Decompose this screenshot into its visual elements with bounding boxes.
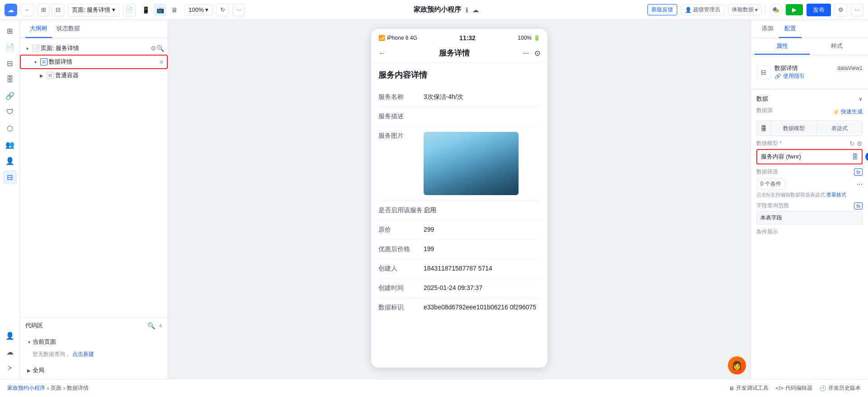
grid-view-button[interactable]: ⊞ [37, 4, 50, 16]
field-label-6: 创建人 [378, 265, 424, 273]
sidebar-icon-components[interactable]: ⊟ [3, 56, 17, 70]
back-button[interactable]: ← [21, 4, 33, 16]
code-editor-button[interactable]: </> 代码编辑器 [776, 384, 812, 392]
data-drag-icon[interactable]: ≡ [160, 58, 163, 65]
publish-button[interactable]: 发布 [807, 4, 831, 16]
info-icon[interactable]: ℹ [466, 6, 468, 14]
template-button[interactable]: 📄 [123, 4, 136, 16]
avatar-button[interactable]: 🎭 [769, 4, 782, 16]
create-new-link[interactable]: 点击新建 [72, 351, 94, 357]
breadcrumb-current: 数据详情 [67, 384, 89, 392]
topbar-right: 新版反馈 👤 超级管理员 体验数据 ▾ 🎭 ▶ 发布 ⚙ ··· [647, 4, 863, 16]
component-usage-link[interactable]: 使用指引 [783, 72, 805, 80]
badge-2: 2 [865, 152, 868, 161]
refresh-button[interactable]: ↻ [216, 4, 229, 16]
experience-data-button[interactable]: 体验数据 ▾ [728, 4, 762, 15]
settings-model-icon[interactable]: ⚙ [857, 140, 863, 147]
field-query-section: 字段查询范围 fx 本表字段 [756, 202, 863, 224]
component-info: ⊟ 数据详情 dataView1 🔗 使用指引 [756, 61, 863, 84]
phone-signal: 📶 iPhone 8 4G [378, 35, 417, 41]
sidebar-icon-user2[interactable]: 👤 [3, 154, 17, 168]
current-page-toggle[interactable]: ▾ 当前页面 [25, 335, 162, 349]
breadcrumb-app[interactable]: 家政预约小程序 [7, 384, 45, 392]
no-query-section: 暂无数据查询， 点击新建 [25, 349, 162, 360]
fx-format-link[interactable]: 查看格式 [826, 192, 846, 197]
sidebar-icon-cloud[interactable]: ☁ [3, 345, 17, 359]
zoom-selector[interactable]: 100% ▾ [184, 4, 212, 15]
refresh-model-icon[interactable]: ↻ [849, 140, 855, 147]
data-model-required-row: 数据模型 * ↻ ⚙ [756, 140, 863, 147]
field-query-value[interactable]: 本表字段 [756, 211, 863, 224]
code-add-button[interactable]: + [159, 322, 162, 329]
page-selector[interactable]: 页面: 服务详情 ▾ [68, 4, 119, 16]
phone-field-discount-price: 优惠后价格 199 [378, 240, 540, 259]
quick-generate-button[interactable]: ⚡ 快速生成 [833, 108, 863, 116]
breadcrumb: 家政预约小程序 › 页面 › 数据详情 [7, 384, 89, 392]
filter-count-badge[interactable]: 0 个条件 [756, 178, 785, 190]
service-image-inner [424, 132, 519, 195]
data-filter-fx-button[interactable]: fx [854, 168, 863, 176]
phone-nav-icons: ··· ⊙ [523, 49, 540, 57]
tree-toggle-page[interactable]: ▾ [24, 45, 31, 52]
field-value-7: 2025-01-24 09:37:37 [424, 284, 540, 291]
topbar-more-button[interactable]: ··· [851, 4, 863, 16]
page-settings-icon[interactable]: ⚙ [151, 45, 156, 52]
code-area-header[interactable]: 代码区 🔍 + [20, 318, 168, 333]
page-search-icon[interactable]: 🔍 [156, 45, 164, 52]
tree-item-data-detail[interactable]: ▾ ⊟ 数据详情 ≡ 1 [20, 55, 168, 69]
expression-tab[interactable]: 表达式 [817, 122, 862, 135]
tree-item-page[interactable]: ▾ 📄 页面: 服务详情 ⚙ 🔍 [20, 42, 168, 55]
sidebar-icon-shield[interactable]: 🛡 [3, 105, 17, 119]
data-model-input[interactable]: 服务内容 (fwnr) 🗄 2 [756, 149, 863, 164]
sidebar-icon-home[interactable]: ⊞ [3, 23, 17, 38]
sidebar-icon-hexagon[interactable]: ⬡ [3, 121, 17, 135]
sidebar-icon-pages[interactable]: 📄 [3, 40, 17, 54]
settings-button[interactable]: ⚙ [835, 4, 847, 16]
split-view-button[interactable]: ⊟ [52, 4, 64, 16]
field-query-header: 字段查询范围 fx [756, 202, 863, 210]
phone-more-icon[interactable]: ··· [523, 49, 529, 57]
dev-tools-button[interactable]: 🖥 开发调试工具 [729, 384, 769, 392]
phone-record-icon[interactable]: ⊙ [534, 49, 540, 57]
device-tablet-icon[interactable]: 📺 [154, 4, 166, 16]
tab-attr[interactable]: 属性 [755, 38, 810, 55]
tab-config[interactable]: 配置 [779, 20, 802, 38]
sidebar-icon-table[interactable]: ⊟ [3, 170, 17, 184]
code-editor-icon: </> [776, 385, 783, 392]
phone-nav-back-icon[interactable]: ← [378, 49, 386, 57]
field-query-fx-button[interactable]: fx [854, 202, 863, 210]
field-query-label-text: 字段查询范围 [756, 202, 789, 210]
component-info-section: ⊟ 数据详情 dataView1 🔗 使用指引 [751, 55, 868, 89]
sidebar-icon-data[interactable]: 🗄 [3, 72, 17, 87]
admin-button[interactable]: 👤 超级管理员 [681, 4, 724, 15]
history-button[interactable]: 🕐 开发历史版本 [820, 384, 861, 392]
device-phone-icon[interactable]: 📱 [139, 4, 152, 16]
sidebar-icon-link[interactable]: 🔗 [3, 89, 17, 103]
feedback-button[interactable]: 新版反馈 [647, 4, 677, 15]
sidebar-icon-expand[interactable]: > [3, 361, 17, 375]
filter-more-button[interactable]: ··· [857, 180, 863, 188]
code-search-button[interactable]: 🔍 [147, 322, 155, 329]
tab-state-data[interactable]: 状态数据 [52, 20, 85, 38]
floating-avatar-button[interactable]: 👩 [728, 356, 746, 374]
data-filter-label-text: 数据筛选 [756, 168, 778, 176]
field-value-3: 启用 [424, 206, 540, 215]
sidebar-icon-user-group[interactable]: 👥 [3, 137, 17, 152]
tree-toggle-container[interactable]: ▶ [38, 72, 45, 79]
data-section-expand-icon[interactable]: ∨ [859, 96, 863, 102]
data-source-row: 数据源 ⚡ 快速生成 [756, 107, 863, 117]
tree-toggle-data[interactable]: ▾ [32, 58, 39, 65]
run-button[interactable]: ▶ [786, 4, 803, 15]
tab-outline-tree[interactable]: 大纲树 [25, 20, 52, 38]
data-model-tab[interactable]: 数据模型 [771, 122, 817, 135]
tree-item-normal-container[interactable]: ▶ ⊟ 普通容器 [20, 69, 168, 82]
db-icon-tab[interactable]: 🗄 [757, 121, 771, 135]
sidebar-icon-user3[interactable]: 👤 [3, 328, 17, 343]
phone-field-service-image: 服务图片 [378, 126, 540, 201]
tab-add[interactable]: 添加 [756, 20, 779, 38]
device-desktop-icon[interactable]: 🖥 [168, 4, 181, 16]
app-logo[interactable]: ☁ [5, 4, 17, 16]
more-button[interactable]: ··· [232, 4, 245, 16]
global-toggle[interactable]: ▶ 全局 [25, 364, 162, 377]
tab-style[interactable]: 样式 [810, 38, 865, 55]
